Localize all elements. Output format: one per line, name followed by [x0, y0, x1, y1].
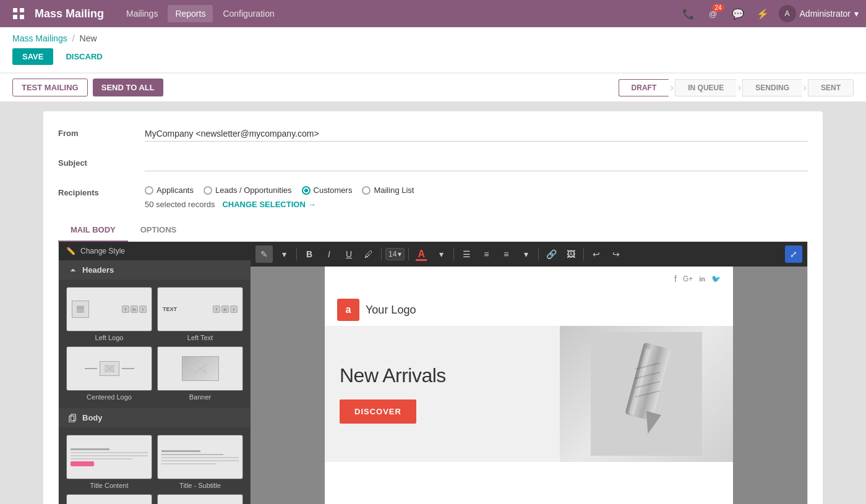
- tw-icon: t: [139, 305, 147, 313]
- mailing-action-bar: TEST MAILING SEND TO ALL DRAFT › IN QUEU…: [0, 73, 866, 101]
- font-color-button[interactable]: A: [413, 246, 430, 263]
- discard-button[interactable]: DISCARD: [58, 48, 109, 65]
- template-banner-label: Banner: [157, 393, 243, 401]
- template-left-text[interactable]: TEXT f in t Left Text: [157, 287, 243, 341]
- linkedin-social-icon[interactable]: in: [699, 275, 705, 283]
- tab-options[interactable]: OPTIONS: [128, 219, 189, 242]
- edit-tool-button[interactable]: ✎: [255, 246, 273, 263]
- edit-dropdown-button[interactable]: ▾: [275, 246, 293, 263]
- step-arrow-2: ›: [736, 81, 742, 94]
- color-dropdown-button[interactable]: ▾: [432, 246, 450, 263]
- twitter-social-icon[interactable]: 🐦: [711, 275, 721, 283]
- template-title-subtitle-2-thumb: [157, 494, 243, 504]
- status-draft[interactable]: DRAFT: [619, 79, 669, 96]
- radio-applicants[interactable]: Applicants: [145, 186, 194, 195]
- template-left-text-thumb: TEXT f in t: [157, 287, 243, 331]
- link-button[interactable]: 🔗: [542, 246, 560, 263]
- svg-rect-12: [71, 414, 76, 421]
- subject-input[interactable]: [145, 156, 808, 171]
- redo-button[interactable]: ↪: [607, 246, 625, 263]
- center-lines: [85, 361, 134, 376]
- tc-btn: [71, 461, 94, 466]
- ts-line-4: [161, 460, 239, 461]
- facebook-social-icon[interactable]: f: [674, 274, 677, 284]
- action-bar: SAVE DISCARD: [0, 43, 866, 72]
- template-left-logo-thumb: f in t: [66, 287, 152, 331]
- test-mailing-button[interactable]: TEST MAILING: [12, 79, 88, 96]
- bold-button[interactable]: B: [301, 246, 318, 263]
- body-templates-grid: Title Content: [59, 427, 251, 504]
- status-sent[interactable]: SENT: [808, 79, 854, 96]
- radio-customers[interactable]: Customers: [302, 186, 353, 195]
- send-to-all-button[interactable]: SEND TO ALL: [93, 79, 163, 96]
- activities-icon[interactable]: ⚡: [754, 5, 771, 22]
- align-button[interactable]: ≡: [497, 246, 515, 263]
- image-button[interactable]: 🖼: [562, 246, 580, 263]
- font-size-selector[interactable]: 14 ▾: [385, 248, 405, 260]
- chat-icon[interactable]: 💬: [729, 5, 747, 22]
- preview-banner: New Arrivals DISCOVER: [325, 326, 733, 462]
- template-title-content[interactable]: Title Content: [66, 435, 152, 489]
- undo-button[interactable]: ↩: [588, 246, 605, 263]
- recipients-row: Recipients Applicants Leads / Opportunit…: [58, 186, 808, 209]
- tc-line-2: [71, 452, 148, 453]
- headers-section-header[interactable]: Headers: [59, 260, 251, 280]
- tc-line-4: [71, 458, 132, 459]
- gplus-social-icon[interactable]: G+: [683, 275, 693, 283]
- align-dropdown-button[interactable]: ▾: [517, 246, 534, 263]
- font-color-A: A: [418, 249, 426, 260]
- step-arrow-1: ›: [669, 81, 675, 94]
- recipients-options-container: Applicants Leads / Opportunities Custome…: [145, 186, 808, 209]
- nav-mailings[interactable]: Mailings: [119, 5, 165, 22]
- breadcrumb-parent[interactable]: Mass Mailings: [12, 33, 67, 43]
- phone-icon[interactable]: 📞: [680, 5, 697, 22]
- editor-tabs: MAIL BODY OPTIONS: [58, 219, 808, 242]
- left-logo-preview: f in t: [67, 288, 152, 331]
- radio-mailing-list-circle: [362, 186, 371, 195]
- user-dropdown-icon: ▾: [854, 9, 859, 19]
- body-section-header[interactable]: Body: [59, 408, 251, 427]
- template-title-subtitle-label: Title - Subtitle: [157, 482, 243, 489]
- template-banner[interactable]: Banner: [157, 346, 243, 401]
- mentions-icon[interactable]: @ 24: [705, 5, 722, 22]
- template-more-title-content-thumb: [66, 494, 152, 504]
- apps-grid-icon[interactable]: [7, 2, 30, 25]
- headers-section-label: Headers: [82, 265, 114, 275]
- app-title: Mass Mailing: [35, 7, 104, 20]
- subject-value: [145, 156, 808, 171]
- underline-button[interactable]: U: [340, 246, 358, 263]
- template-left-logo[interactable]: f in t Left Logo: [66, 287, 152, 341]
- change-selection-link[interactable]: CHANGE SELECTION →: [222, 200, 315, 209]
- chevron-up-icon: [69, 266, 77, 275]
- banner-image-placeholder: [585, 332, 708, 456]
- status-steps: DRAFT › IN QUEUE › SENDING › SENT: [619, 79, 854, 96]
- unordered-list-button[interactable]: ☰: [458, 246, 475, 263]
- status-sending[interactable]: SENDING: [742, 79, 802, 96]
- radio-customers-label: Customers: [314, 186, 353, 195]
- nav-reports[interactable]: Reports: [168, 5, 213, 22]
- color-swatch: [416, 259, 427, 261]
- status-in-queue[interactable]: IN QUEUE: [675, 79, 736, 96]
- user-menu[interactable]: A Administrator ▾: [779, 5, 859, 22]
- from-value: [145, 126, 808, 142]
- ordered-list-button[interactable]: ≡: [478, 246, 495, 263]
- left-text-preview: TEXT f in t: [158, 288, 242, 331]
- editor-preview: f G+ in 🐦 a Your Logo: [251, 267, 807, 504]
- banner-cta-button[interactable]: DISCOVER: [340, 399, 416, 424]
- nav-configuration[interactable]: Configuration: [215, 5, 281, 22]
- template-more-title-content[interactable]: More Title Content: [66, 494, 152, 504]
- save-button[interactable]: SAVE: [12, 48, 53, 65]
- tab-mail-body[interactable]: MAIL BODY: [58, 219, 128, 242]
- radio-leads[interactable]: Leads / Opportunities: [204, 186, 292, 195]
- in-icon-2: in: [221, 305, 229, 313]
- italic-button[interactable]: I: [320, 246, 338, 263]
- from-input[interactable]: [145, 126, 808, 142]
- template-title-subtitle[interactable]: Title - Subtitle: [157, 435, 243, 489]
- fullscreen-button[interactable]: ⤢: [785, 246, 802, 263]
- change-style-toolbar[interactable]: ✏️ Change Style: [59, 242, 251, 260]
- template-centered-logo[interactable]: Centered Logo: [66, 346, 152, 401]
- paint-button[interactable]: 🖊: [360, 246, 377, 263]
- radio-mailing-list[interactable]: Mailing List: [362, 186, 414, 195]
- preview-social-bar: f G+ in 🐦: [325, 267, 733, 291]
- template-title-subtitle-2[interactable]: Title Subtitle: [157, 494, 243, 504]
